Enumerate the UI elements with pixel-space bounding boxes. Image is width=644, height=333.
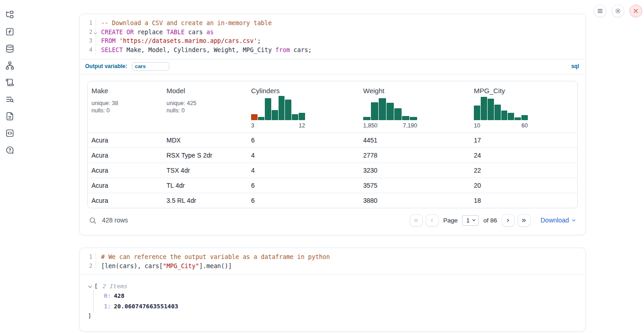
python-code-editor[interactable]: 1# We can reference the output variable … [80,248,585,275]
menu-icon [597,8,603,14]
items-count-label: 2 Items [102,283,128,290]
variables-icon[interactable] [5,27,14,36]
table-cell: 4 [247,163,360,178]
axis-max-label: 12 [299,122,305,129]
histogram-bar[interactable] [508,113,514,120]
page-count-label: of 86 [483,217,497,224]
download-label: Download [541,217,569,224]
histogram-bar[interactable] [371,102,378,120]
histogram-bar[interactable] [481,97,487,120]
page-select[interactable]: 1 [462,215,478,226]
download-button[interactable]: Download [541,217,576,224]
notebook: 1-- Download a CSV and create an in-memo… [79,14,586,332]
histogram-bar[interactable] [386,103,394,120]
histogram-bar[interactable] [285,100,291,120]
code-token: cars; [290,47,312,53]
search-icon[interactable] [89,217,97,224]
histogram-bar[interactable] [501,111,508,120]
histogram-bar[interactable] [402,116,409,120]
table-row[interactable]: AcuraTSX 4dr4323022 [88,163,577,178]
documentation-icon[interactable] [5,111,14,121]
histogram-bar[interactable] [521,115,528,120]
histogram-bar[interactable] [279,96,285,120]
last-page-button[interactable] [518,214,531,227]
line-gutter: 2 [80,262,96,271]
snippets-icon[interactable] [5,128,14,137]
histogram-axis: 1,8507,190 [363,122,417,129]
histogram-bar[interactable] [494,105,501,120]
chevrons-left-icon [413,217,419,223]
table-cell: 4 [247,148,360,163]
histogram-bar[interactable] [363,117,370,120]
histogram-bar[interactable] [488,99,494,120]
table-row[interactable]: AcuraMDX6445117 [88,132,577,148]
help-icon[interactable] [5,145,14,154]
column-title: Model [166,87,247,95]
left-sidebar [0,0,19,333]
previous-page-button[interactable] [426,214,439,227]
histogram-bar[interactable] [474,106,480,120]
table-row[interactable]: AcuraRSX Type S 2dr4277824 [88,148,577,163]
item-value: 428 [114,292,124,299]
first-page-button[interactable] [410,214,423,227]
code-text: CREATE OR replace TABLE cars as [96,28,214,37]
code-text: [len(cars), cars["MPG_City"].mean()] [96,262,232,271]
column-header[interactable]: MPG_City1060 [470,87,577,129]
histogram-bar[interactable] [265,98,271,120]
item-value: 20.060747663551403 [114,303,178,310]
table-cell: Acura [88,148,163,163]
column-header[interactable]: Makeunique: 38nulls: 0 [88,87,163,129]
file-tree-icon[interactable] [5,10,14,19]
table-cell: Acura [88,133,163,148]
histogram-bars[interactable] [363,96,417,120]
code-line: 1# We can reference the output variable … [80,253,585,262]
scratchpad-icon[interactable] [5,78,14,87]
settings-button[interactable] [612,5,624,17]
histogram-bar[interactable] [515,117,521,120]
fold-chevron-icon[interactable] [94,32,97,34]
code-token: [len(cars), cars[ [101,263,163,270]
line-gutter: 4 [80,46,96,55]
histogram-bar[interactable] [299,113,305,120]
histogram-bar[interactable] [394,108,402,120]
output-variable-input[interactable] [132,62,169,71]
histogram-bar[interactable] [251,114,258,120]
logs-icon[interactable] [5,95,14,104]
axis-min-label: 10 [474,122,480,129]
column-header[interactable]: Weight1,8507,190 [360,87,470,129]
histogram-bar[interactable] [410,117,417,120]
histogram-bars[interactable] [474,96,528,120]
histogram-bars[interactable] [251,96,305,120]
table-cell: 24 [470,148,577,163]
code-text: FROM 'https://datasets.marimo.app/cars.c… [96,37,261,46]
column-header[interactable]: Modelunique: 425nulls: 0 [163,87,247,129]
data-table: Makeunique: 38nulls: 0Modelunique: 425nu… [87,81,578,208]
table-row[interactable]: AcuraTL 4dr6357520 [88,178,577,193]
histogram-bar[interactable] [292,114,298,120]
histogram-bar[interactable] [272,110,278,120]
line-gutter: 1 [80,19,96,28]
table-row[interactable]: Acura3.5 RL 4dr6388018 [88,193,577,208]
table-cell: TSX 4dr [163,163,247,178]
shutdown-button[interactable] [629,5,642,17]
table-cell: 3.5 RL 4dr [163,193,247,208]
menu-button[interactable] [594,5,606,17]
code-line: 4SELECT Make, Model, Cylinders, Weight, … [80,46,585,55]
code-token [116,37,119,44]
column-header[interactable]: Cylinders312 [247,87,360,129]
sql-code-editor[interactable]: 1-- Download a CSV and create an in-memo… [80,14,585,59]
line-gutter: 1 [80,253,96,262]
histogram-bar[interactable] [379,98,386,120]
code-token: cars [185,29,207,36]
dependency-graph-icon[interactable] [5,61,14,70]
close-bracket: ] [88,312,577,319]
histogram-bar[interactable] [258,117,264,120]
table-cell: 6 [247,193,360,208]
next-page-button[interactable] [502,214,515,227]
datasources-icon[interactable] [5,44,14,53]
axis-min-label: 1,850 [363,122,377,129]
language-badge[interactable]: sql [571,63,579,69]
collapse-chevron-icon[interactable] [88,284,92,289]
table-cell: Acura [88,163,163,178]
line-number: 3 [89,37,92,46]
